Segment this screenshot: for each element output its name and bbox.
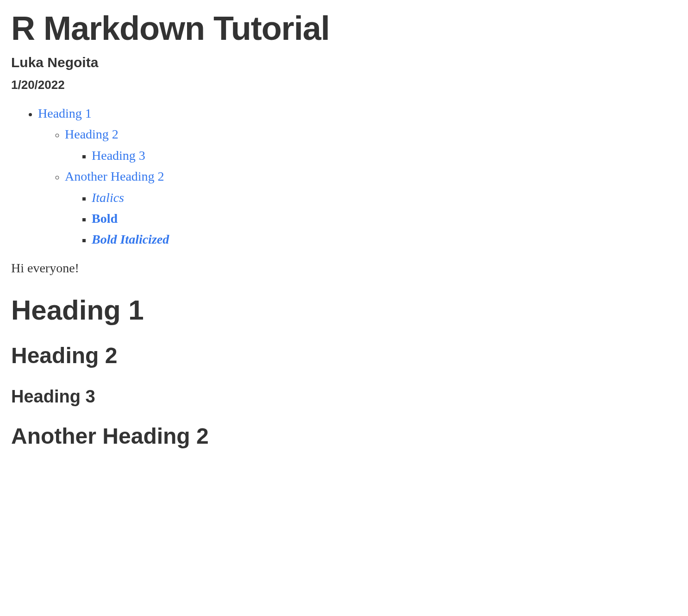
toc-item: Bold Italicized (92, 229, 677, 249)
document-author: Luka Negoita (11, 55, 677, 70)
toc-link-another-heading-2[interactable]: Another Heading 2 (65, 169, 164, 183)
toc-link-bold[interactable]: Bold (92, 211, 118, 226)
intro-paragraph: Hi everyone! (11, 261, 677, 276)
section-heading-1: Heading 1 (11, 294, 677, 326)
section-heading-3: Heading 3 (11, 387, 677, 407)
toc-link-heading-2[interactable]: Heading 2 (65, 127, 119, 141)
toc-link-heading-3[interactable]: Heading 3 (92, 148, 145, 163)
toc-link-heading-1[interactable]: Heading 1 (38, 106, 92, 120)
toc-item: Heading 3 (92, 145, 677, 165)
toc-item: Italics (92, 188, 677, 207)
toc-item: Heading 2 Heading 3 (65, 124, 677, 165)
toc-link-italics[interactable]: Italics (92, 190, 124, 205)
section-another-heading-2: Another Heading 2 (11, 423, 677, 449)
table-of-contents: Heading 1 Heading 2 Heading 3 Another He… (11, 103, 677, 250)
toc-item: Bold (92, 208, 677, 228)
toc-item: Heading 1 Heading 2 Heading 3 Another He… (38, 103, 677, 250)
toc-item: Another Heading 2 Italics Bold Bold Ital… (65, 166, 677, 250)
section-heading-2: Heading 2 (11, 343, 677, 368)
document-date: 1/20/2022 (11, 78, 677, 92)
document-title: R Markdown Tutorial (11, 9, 677, 47)
toc-link-bold-italicized[interactable]: Bold Italicized (92, 232, 169, 246)
